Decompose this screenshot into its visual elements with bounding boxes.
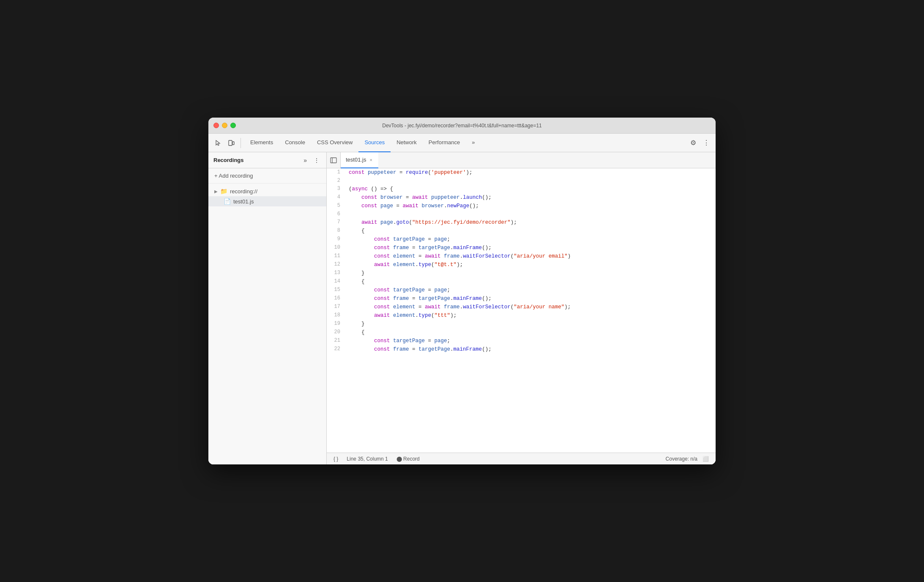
code-line: 10 const frame = targetPage.mainFrame(); xyxy=(327,244,716,252)
line-number: 19 xyxy=(327,320,345,328)
code-line: 20 { xyxy=(327,328,716,337)
settings-button[interactable]: ⚙ xyxy=(688,137,699,148)
minimize-button[interactable] xyxy=(222,123,227,128)
code-line: 2 xyxy=(327,177,716,185)
line-number: 10 xyxy=(327,244,345,252)
record-button[interactable]: ⬤ Record xyxy=(395,455,421,463)
code-line: 19 } xyxy=(327,320,716,328)
code-line: 21 const targetPage = page; xyxy=(327,337,716,345)
line-code: await page.goto("https://jec.fyi/demo/re… xyxy=(345,218,716,227)
line-number: 12 xyxy=(327,261,345,269)
sidebar: Recordings » ⋮ + Add recording ▶ 📁 r xyxy=(208,152,327,464)
code-line: 22 const frame = targetPage.mainFrame(); xyxy=(327,345,716,354)
maximize-button[interactable] xyxy=(230,123,236,128)
toolbar: Elements Console CSS Overview Sources Ne… xyxy=(208,134,716,152)
sidebar-tree: ▶ 📁 recording:// 📄 test01.js xyxy=(208,184,326,464)
cursor-tool-button[interactable] xyxy=(212,138,224,148)
folder-icon: 📁 xyxy=(220,188,227,195)
code-line: 14 { xyxy=(327,277,716,286)
line-number: 2 xyxy=(327,177,345,185)
tab-elements[interactable]: Elements xyxy=(244,134,279,152)
tab-console[interactable]: Console xyxy=(279,134,311,152)
code-line: 3(async () => { xyxy=(327,185,716,193)
tab-css-overview[interactable]: CSS Overview xyxy=(311,134,359,152)
line-number: 5 xyxy=(327,202,345,210)
tab-more[interactable]: » xyxy=(466,134,481,152)
nav-tabs: Elements Console CSS Overview Sources Ne… xyxy=(244,134,481,152)
line-code: const element = await frame.waitForSelec… xyxy=(345,303,716,311)
title-bar: DevTools - jec.fyi/demo/recorder?email=t… xyxy=(208,118,716,134)
close-button[interactable] xyxy=(213,123,219,128)
line-number: 11 xyxy=(327,252,345,261)
line-code: await element.type("t@t.t"); xyxy=(345,261,716,269)
code-line: 18 await element.type("ttt"); xyxy=(327,311,716,320)
code-editor[interactable]: 1const puppeteer = require('puppeteer');… xyxy=(327,168,716,453)
window-title: DevTools - jec.fyi/demo/recorder?email=t… xyxy=(382,123,542,129)
code-line: 9 const targetPage = page; xyxy=(327,235,716,244)
line-code: const element = await frame.waitForSelec… xyxy=(345,252,716,261)
coverage-label: Coverage: n/a xyxy=(666,456,697,462)
line-number: 14 xyxy=(327,277,345,286)
line-code: { xyxy=(345,227,716,235)
status-bar: { } Line 35, Column 1 ⬤ Record Coverage:… xyxy=(327,453,716,464)
editor-tab-test01[interactable]: test01.js × xyxy=(341,152,378,168)
add-recording-button[interactable]: + Add recording xyxy=(208,168,326,184)
folder-arrow-icon: ▶ xyxy=(214,189,218,194)
code-line: 12 await element.type("t@t.t"); xyxy=(327,261,716,269)
line-code: const frame = targetPage.mainFrame(); xyxy=(345,294,716,303)
line-code: await element.type("ttt"); xyxy=(345,311,716,320)
code-line: 17 const element = await frame.waitForSe… xyxy=(327,303,716,311)
tree-file-test01[interactable]: 📄 test01.js xyxy=(208,196,326,206)
toolbar-divider xyxy=(241,138,241,148)
sidebar-toggle-button[interactable] xyxy=(327,152,341,168)
sidebar-expand-button[interactable]: » xyxy=(302,156,309,165)
file-name: test01.js xyxy=(233,198,254,205)
more-options-button[interactable]: ⋮ xyxy=(700,137,712,148)
line-number: 8 xyxy=(327,227,345,235)
sidebar-header: Recordings » ⋮ xyxy=(208,152,326,168)
tree-folder-recording[interactable]: ▶ 📁 recording:// xyxy=(208,186,326,196)
line-number: 21 xyxy=(327,337,345,345)
line-number: 18 xyxy=(327,311,345,320)
line-number: 13 xyxy=(327,269,345,277)
line-code xyxy=(345,210,716,218)
svg-rect-0 xyxy=(229,140,232,146)
tab-performance[interactable]: Performance xyxy=(423,134,466,152)
device-toggle-button[interactable] xyxy=(225,138,237,148)
code-line: 1const puppeteer = require('puppeteer'); xyxy=(327,168,716,177)
line-number: 4 xyxy=(327,193,345,202)
line-number: 20 xyxy=(327,328,345,337)
line-code: const frame = targetPage.mainFrame(); xyxy=(345,244,716,252)
line-number: 15 xyxy=(327,286,345,294)
sidebar-menu-button[interactable]: ⋮ xyxy=(312,156,321,165)
status-left: { } Line 35, Column 1 ⬤ Record xyxy=(332,455,421,463)
line-number: 16 xyxy=(327,294,345,303)
line-number: 17 xyxy=(327,303,345,311)
code-line: 16 const frame = targetPage.mainFrame(); xyxy=(327,294,716,303)
editor-tab-close-button[interactable]: × xyxy=(369,157,373,163)
line-number: 6 xyxy=(327,210,345,218)
code-table: 1const puppeteer = require('puppeteer');… xyxy=(327,168,716,354)
code-line: 15 const targetPage = page; xyxy=(327,286,716,294)
format-button[interactable]: { } xyxy=(332,455,340,463)
line-number: 22 xyxy=(327,345,345,354)
line-code: } xyxy=(345,269,716,277)
main-content: Recordings » ⋮ + Add recording ▶ 📁 r xyxy=(208,152,716,464)
code-line: 8 { xyxy=(327,227,716,235)
code-line: 13 } xyxy=(327,269,716,277)
line-number: 3 xyxy=(327,185,345,193)
minimap-button[interactable]: ⬜ xyxy=(701,455,711,463)
line-code: const browser = await puppeteer.launch()… xyxy=(345,193,716,202)
tab-network[interactable]: Network xyxy=(391,134,423,152)
line-code: const targetPage = page; xyxy=(345,235,716,244)
toolbar-right: ⚙ ⋮ xyxy=(688,137,712,148)
svg-rect-1 xyxy=(232,142,234,145)
status-right: Coverage: n/a ⬜ xyxy=(666,455,711,463)
line-code: const page = await browser.newPage(); xyxy=(345,202,716,210)
traffic-lights xyxy=(213,123,236,128)
sidebar-title: Recordings xyxy=(213,157,298,163)
code-line: 4 const browser = await puppeteer.launch… xyxy=(327,193,716,202)
editor-tab-label: test01.js xyxy=(346,156,366,163)
tab-sources[interactable]: Sources xyxy=(358,134,391,152)
line-code xyxy=(345,177,716,185)
